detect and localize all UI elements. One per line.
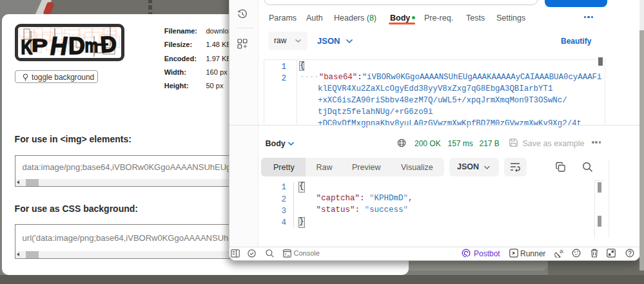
svg-text:D: D [68, 33, 85, 58]
svg-text:P: P [32, 35, 48, 55]
svg-text:K: K [21, 36, 33, 58]
svg-text:H: H [48, 32, 70, 58]
